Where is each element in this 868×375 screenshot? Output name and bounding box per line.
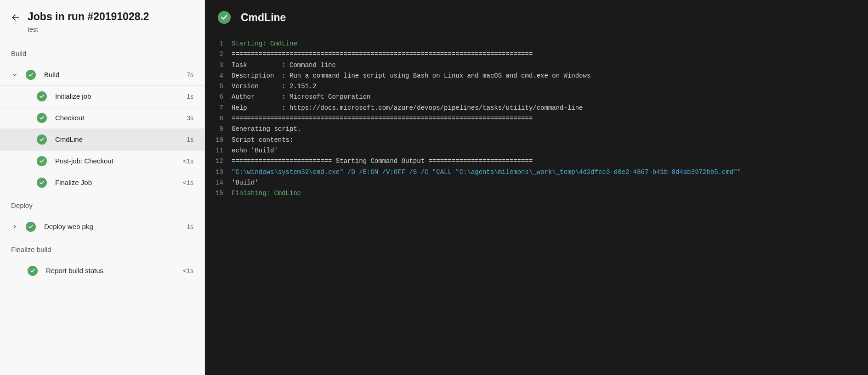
log-line[interactable]: 9Generating script.: [205, 124, 868, 134]
job-duration: 1s: [187, 223, 193, 230]
stage-label: Deploy: [0, 193, 204, 216]
line-text: "C:\windows\system32\cmd.exe" /D /E:ON /…: [232, 167, 741, 178]
log-panel: CmdLine 1Starting: CmdLine2=============…: [205, 0, 868, 375]
step-row[interactable]: Post-job: Checkout<1s: [0, 150, 204, 172]
job-row[interactable]: Deploy web pkg1s: [0, 216, 204, 237]
chevron-right-icon[interactable]: [11, 224, 18, 230]
line-number: 5: [205, 81, 232, 92]
line-number: 15: [205, 188, 232, 199]
log-header: CmdLine: [205, 0, 868, 32]
line-text: Description : Run a command line script …: [232, 71, 590, 81]
step-label: Checkout: [55, 114, 183, 122]
success-icon: [37, 113, 47, 123]
success-icon: [26, 222, 36, 232]
line-number: 7: [205, 103, 232, 113]
line-text: ========================== Starting Comm…: [232, 156, 533, 167]
line-number: 9: [205, 124, 232, 134]
chevron-down-icon[interactable]: [11, 72, 18, 78]
line-text: Task : Command line: [232, 60, 336, 71]
log-line[interactable]: 10Script contents:: [205, 135, 868, 146]
success-icon: [37, 178, 47, 188]
success-icon: [37, 156, 47, 166]
line-text: Help : https://docs.microsoft.com/azure/…: [232, 103, 583, 113]
sidebar-header: Jobs in run #20191028.2 test: [0, 0, 204, 41]
line-number: 10: [205, 135, 232, 146]
step-duration: 1s: [187, 93, 193, 100]
line-number: 13: [205, 167, 232, 178]
line-number: 14: [205, 178, 232, 188]
line-text: echo 'Build': [232, 146, 278, 156]
job-label: Deploy web pkg: [44, 223, 183, 230]
success-icon: [26, 70, 36, 80]
stage-label: Finalize build: [0, 237, 204, 260]
jobs-sidebar: Jobs in run #20191028.2 test BuildBuild7…: [0, 0, 205, 375]
success-icon: [218, 11, 231, 24]
job-duration: <1s: [183, 267, 193, 274]
log-line[interactable]: 3Task : Command line: [205, 60, 868, 71]
line-text: Generating script.: [232, 124, 301, 134]
step-duration: 3s: [187, 114, 193, 122]
step-label: Post-job: Checkout: [55, 157, 179, 165]
stage-label: Build: [0, 41, 204, 64]
line-number: 3: [205, 60, 232, 71]
line-text: 'Build': [232, 178, 259, 188]
success-icon: [28, 266, 38, 276]
step-row[interactable]: Checkout3s: [0, 107, 204, 129]
log-line[interactable]: 6Author : Microsoft Corporation: [205, 92, 868, 102]
line-number: 8: [205, 113, 232, 124]
line-number: 11: [205, 146, 232, 156]
line-text: Version : 2.151.2: [232, 81, 317, 92]
log-line[interactable]: 15Finishing: CmdLine: [205, 188, 868, 199]
log-line[interactable]: 4Description : Run a command line script…: [205, 71, 868, 81]
step-label: Finalize Job: [55, 179, 179, 186]
step-duration: <1s: [183, 179, 193, 186]
log-line[interactable]: 5Version : 2.151.2: [205, 81, 868, 92]
log-body[interactable]: 1Starting: CmdLine2=====================…: [205, 32, 868, 208]
page-title: Jobs in run #20191028.2: [28, 10, 149, 24]
log-line[interactable]: 14'Build': [205, 178, 868, 188]
log-line[interactable]: 8=======================================…: [205, 113, 868, 124]
step-row[interactable]: CmdLine1s: [0, 129, 204, 150]
log-line[interactable]: 1Starting: CmdLine: [205, 39, 868, 49]
step-duration: <1s: [183, 157, 193, 165]
step-row[interactable]: Finalize Job<1s: [0, 172, 204, 193]
job-label: Build: [44, 71, 183, 78]
log-title: CmdLine: [241, 11, 286, 24]
line-number: 6: [205, 92, 232, 102]
line-text: ========================================…: [232, 113, 533, 124]
step-duration: 1s: [187, 136, 193, 143]
line-text: Script contents:: [232, 135, 293, 146]
line-text: Finishing: CmdLine: [232, 188, 301, 199]
line-number: 2: [205, 49, 232, 60]
success-icon: [37, 134, 47, 145]
job-row[interactable]: Build7s: [0, 64, 204, 85]
job-row[interactable]: Report build status<1s: [0, 260, 204, 281]
line-text: ========================================…: [232, 49, 533, 60]
job-label: Report build status: [46, 267, 179, 274]
line-text: Author : Microsoft Corporation: [232, 92, 370, 102]
log-line[interactable]: 7Help : https://docs.microsoft.com/azure…: [205, 103, 868, 113]
step-label: CmdLine: [55, 135, 183, 143]
line-number: 4: [205, 71, 232, 81]
step-row[interactable]: Initialize job1s: [0, 85, 204, 107]
line-number: 1: [205, 39, 232, 49]
success-icon: [37, 91, 47, 101]
line-text: Starting: CmdLine: [232, 39, 297, 49]
log-line[interactable]: 12========================== Starting Co…: [205, 156, 868, 167]
back-button[interactable]: [11, 13, 20, 24]
line-number: 12: [205, 156, 232, 167]
log-line[interactable]: 13"C:\windows\system32\cmd.exe" /D /E:ON…: [205, 167, 868, 178]
step-label: Initialize job: [55, 92, 183, 100]
job-duration: 7s: [187, 71, 193, 78]
pipeline-name: test: [28, 26, 149, 33]
log-line[interactable]: 2=======================================…: [205, 49, 868, 60]
log-line[interactable]: 11echo 'Build': [205, 146, 868, 156]
